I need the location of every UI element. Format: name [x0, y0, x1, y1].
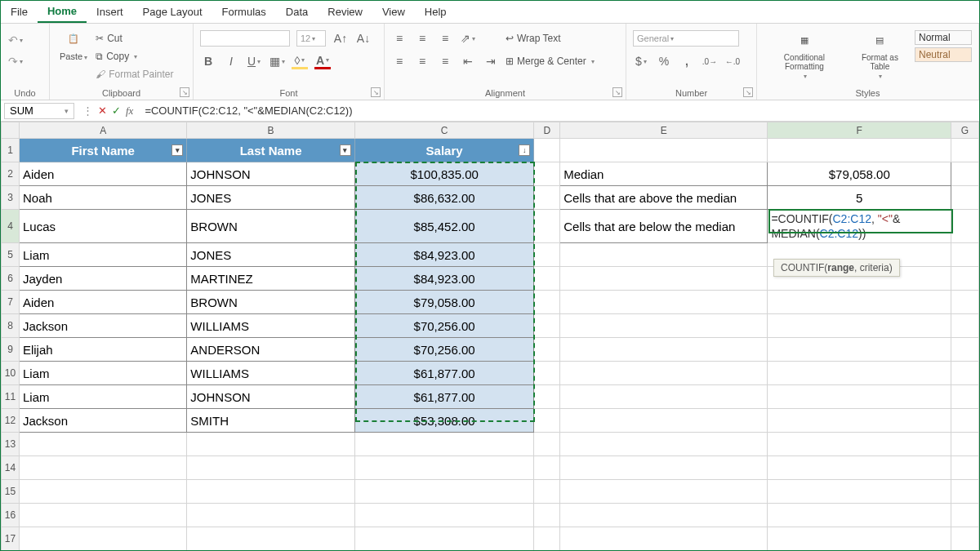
cell[interactable]	[534, 267, 560, 291]
table-header-first[interactable]: First Name▾	[19, 139, 186, 162]
cell[interactable]: $100,835.00	[354, 162, 533, 186]
decrease-indent-icon[interactable]: ⇤	[460, 53, 476, 69]
cell[interactable]	[534, 314, 560, 338]
cell[interactable]	[951, 385, 979, 409]
tab-data[interactable]: Data	[276, 1, 318, 23]
cell[interactable]: $86,632.00	[354, 186, 533, 210]
cell[interactable]: $84,923.00	[354, 267, 533, 291]
cell[interactable]: $84,923.00	[354, 243, 533, 267]
cell[interactable]: Liam	[19, 243, 186, 267]
col-header-b[interactable]: B	[187, 122, 355, 139]
tab-insert[interactable]: Insert	[87, 1, 133, 23]
cell[interactable]: Liam	[19, 362, 186, 385]
row-header[interactable]: 5	[2, 243, 20, 267]
cell[interactable]: $70,256.00	[354, 338, 533, 362]
table-header-salary[interactable]: Salary↓	[354, 139, 533, 162]
align-left-icon[interactable]: ≡	[391, 53, 408, 69]
style-normal[interactable]: Normal	[915, 30, 972, 45]
row-header[interactable]: 3	[2, 186, 20, 210]
cell[interactable]	[560, 409, 768, 433]
tab-home[interactable]: Home	[38, 1, 87, 23]
row-header[interactable]: 4	[2, 210, 20, 243]
align-middle-icon[interactable]: ≡	[414, 30, 430, 47]
format-as-table-button[interactable]: ▤ Format as Table	[850, 29, 910, 80]
cell[interactable]	[534, 210, 560, 243]
style-neutral[interactable]: Neutral	[915, 47, 972, 62]
cell[interactable]: $70,256.00	[354, 314, 533, 338]
col-header-f[interactable]: F	[768, 122, 951, 139]
font-size-select[interactable]: 12	[296, 30, 326, 47]
cell[interactable]	[951, 243, 979, 267]
cell[interactable]: Jayden	[19, 267, 186, 291]
cell[interactable]: $79,058.00	[768, 162, 951, 186]
fill-color-button[interactable]: ◊	[292, 53, 308, 69]
cell[interactable]	[951, 186, 979, 210]
currency-button[interactable]: $	[633, 53, 649, 69]
filter-icon[interactable]: ▾	[172, 144, 183, 156]
name-box[interactable]: SUM▾	[4, 103, 74, 119]
cell[interactable]: $61,877.00	[354, 385, 533, 409]
formula-input[interactable]: =COUNTIF(C2:C12, "<"&MEDIAN(C2:C12))	[138, 104, 979, 117]
cell[interactable]	[560, 267, 768, 291]
underline-button[interactable]: U	[246, 53, 262, 69]
cell[interactable]	[534, 338, 560, 362]
cell[interactable]	[951, 338, 979, 362]
align-top-icon[interactable]: ≡	[391, 30, 408, 47]
col-header-d[interactable]: D	[534, 122, 560, 139]
cell[interactable]	[560, 385, 768, 409]
row-header[interactable]: 12	[2, 409, 20, 433]
cell[interactable]	[534, 362, 560, 385]
cell[interactable]: $79,058.00	[354, 291, 533, 314]
cell[interactable]: BROWN	[187, 291, 355, 314]
col-header-c[interactable]: C	[354, 122, 533, 139]
cell[interactable]	[768, 385, 951, 409]
cell[interactable]	[951, 267, 979, 291]
align-bottom-icon[interactable]: ≡	[437, 30, 453, 47]
number-launcher[interactable]: ↘	[743, 87, 753, 97]
tab-view[interactable]: View	[372, 1, 415, 23]
cell[interactable]	[768, 314, 951, 338]
row-header[interactable]: 6	[2, 267, 20, 291]
row-header[interactable]: 17	[2, 527, 20, 551]
cell[interactable]: 5	[768, 186, 951, 210]
font-launcher[interactable]: ↘	[371, 87, 381, 97]
cell[interactable]: SMITH	[187, 409, 355, 433]
alignment-launcher[interactable]: ↘	[612, 87, 622, 97]
cell[interactable]: Liam	[19, 385, 186, 409]
row-header[interactable]: 15	[2, 480, 20, 504]
cancel-formula-button[interactable]: ✕	[98, 104, 107, 117]
cell[interactable]: $85,452.00	[354, 210, 533, 243]
cell[interactable]: JOHNSON	[187, 162, 355, 186]
cell[interactable]	[534, 385, 560, 409]
redo-button[interactable]: ↷	[7, 53, 24, 69]
cell[interactable]	[560, 291, 768, 314]
cell[interactable]: Jackson	[19, 409, 186, 433]
paste-button[interactable]: 📋 Paste	[56, 27, 91, 61]
decrease-font-icon[interactable]: A↓	[355, 30, 372, 47]
cell[interactable]: Jackson	[19, 314, 186, 338]
cell[interactable]: Aiden	[19, 162, 186, 186]
cell[interactable]	[560, 314, 768, 338]
row-header[interactable]: 16	[2, 504, 20, 527]
row-header[interactable]: 2	[2, 162, 20, 186]
cell[interactable]: Cells that are above the median	[560, 186, 768, 210]
cell[interactable]	[534, 162, 560, 186]
bold-button[interactable]: B	[200, 53, 216, 69]
italic-button[interactable]: I	[223, 53, 239, 69]
cell[interactable]: WILLIAMS	[187, 362, 355, 385]
cell[interactable]: Cells that are below the median	[560, 210, 768, 243]
conditional-formatting-button[interactable]: ▦ Conditional Formatting	[764, 29, 845, 80]
align-center-icon[interactable]: ≡	[414, 53, 430, 69]
cell[interactable]	[560, 362, 768, 385]
row-header[interactable]: 10	[2, 362, 20, 385]
cell[interactable]: Noah	[19, 186, 186, 210]
comma-button[interactable]: ,	[679, 53, 695, 69]
tab-help[interactable]: Help	[415, 1, 457, 23]
cell[interactable]: $61,877.00	[354, 362, 533, 385]
cell[interactable]: JONES	[187, 243, 355, 267]
cell[interactable]	[951, 362, 979, 385]
row-header[interactable]: 8	[2, 314, 20, 338]
cell[interactable]: BROWN	[187, 210, 355, 243]
tab-formulas[interactable]: Formulas	[212, 1, 276, 23]
cell[interactable]	[951, 210, 979, 243]
